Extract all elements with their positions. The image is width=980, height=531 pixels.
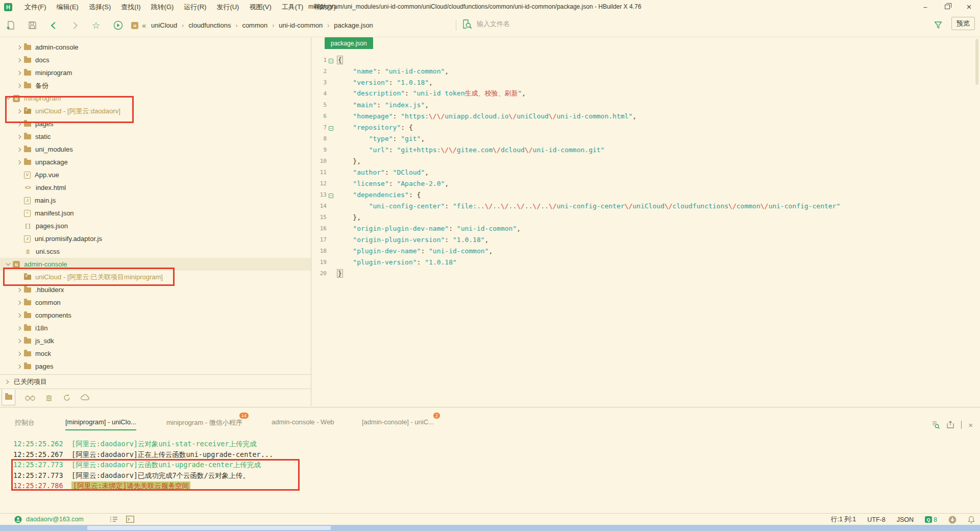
tree-item-pages[interactable]: pages — [0, 117, 311, 130]
code-line-19[interactable]: 19 "plugin-version": "1.0.18" — [312, 256, 840, 268]
menu-item-7[interactable]: 视图(V) — [244, 1, 276, 14]
new-file-button[interactable] — [6, 20, 15, 30]
update-download-icon[interactable] — [948, 516, 957, 524]
breadcrumb-item-4[interactable]: package.json — [333, 21, 374, 29]
collapse-panel-icon[interactable] — [961, 421, 962, 429]
search-log-icon[interactable] — [932, 421, 940, 429]
chevron-right-icon[interactable] — [15, 43, 23, 51]
messages-indicator[interactable]: Q 8 — [925, 516, 937, 523]
debug-tool-button[interactable] — [45, 394, 53, 402]
preview-button[interactable]: 预览 — [951, 17, 975, 30]
code-line-4[interactable]: 4 "description": "uni-id token生成、校验、刷新", — [312, 88, 840, 99]
export-log-icon[interactable] — [946, 421, 954, 429]
chevron-right-icon[interactable] — [15, 324, 23, 332]
tree-item-.hbuilderx[interactable]: .hbuilderx — [0, 283, 311, 296]
chevron-right-icon[interactable] — [15, 286, 23, 294]
account-email[interactable]: daodaorv@163.com — [26, 516, 84, 523]
chevron-down-icon[interactable] — [4, 260, 12, 268]
close-button[interactable]: × — [958, 1, 980, 14]
console-tab-1[interactable]: [miniprogram] - uniClo... — [65, 418, 136, 430]
sync-tool-button[interactable] — [63, 394, 71, 402]
code-line-5[interactable]: 5 "main": "index.js", — [312, 99, 840, 110]
code-line-15[interactable]: 15 }, — [312, 211, 840, 223]
tree-item-components[interactable]: components — [0, 309, 311, 322]
chevron-right-icon[interactable] — [15, 299, 23, 306]
fold-icon[interactable]: − — [327, 56, 335, 64]
code-line-14[interactable]: 14 "uni-config-center": "file:..\/..\/..… — [312, 200, 840, 211]
filter-funnel-icon[interactable] — [934, 21, 942, 29]
chevron-right-icon[interactable] — [15, 158, 23, 166]
code-line-1[interactable]: 1−{ — [312, 54, 840, 65]
breadcrumb-collapse[interactable]: « — [142, 21, 146, 30]
menu-item-2[interactable]: 选择(S) — [84, 1, 116, 14]
tree-item-uniCloud - [阿里云:已关联项目miniprogram][interactable]: »uniCloud - [阿里云:已关联项目miniprogram] — [0, 271, 311, 283]
minimize-button[interactable]: − — [914, 1, 936, 14]
run-button[interactable] — [113, 20, 123, 30]
tree-item-index.html[interactable]: <>index.html — [0, 181, 311, 194]
chevron-right-icon[interactable] — [15, 146, 23, 153]
tree-item-mock[interactable]: mock — [0, 347, 311, 360]
breadcrumb-item-2[interactable]: common — [241, 21, 268, 29]
tree-item-manifest.json[interactable]: *manifest.json — [0, 207, 311, 220]
tree-item-uni.scss[interactable]: Suni.scss — [0, 245, 311, 258]
tree-item-common[interactable]: common — [0, 296, 311, 309]
breadcrumb-item-3[interactable]: uni-id-common — [278, 21, 324, 29]
code-line-9[interactable]: 9 "url": "git+https:\/\/gitee.com\/dclou… — [312, 144, 840, 155]
console-tab-0[interactable]: 控制台 — [15, 418, 35, 431]
menu-item-8[interactable]: 工具(T) — [277, 1, 309, 14]
code-line-18[interactable]: 18 "plugin-dev-name": "uni-id-common", — [312, 245, 840, 256]
tree-item-miniprogram[interactable]: miniprogram — [0, 66, 311, 79]
cursor-position[interactable]: 行:1 列:1 — [831, 515, 856, 524]
explorer-tool-tab[interactable] — [2, 390, 15, 405]
breadcrumb-item-1[interactable]: cloudfunctions — [187, 21, 232, 29]
unicloud-tool-button[interactable] — [81, 394, 90, 401]
code-line-13[interactable]: 13− "dependencies": { — [312, 189, 840, 200]
menu-item-1[interactable]: 编辑(E) — [52, 1, 84, 14]
editor-scrollbar[interactable] — [975, 39, 978, 85]
editor-tab-packagejson[interactable]: package.json — [325, 37, 373, 49]
menu-item-5[interactable]: 运行(R) — [179, 1, 211, 14]
chevron-right-icon[interactable] — [15, 56, 23, 64]
chevron-right-icon[interactable] — [15, 363, 23, 370]
chevron-right-icon[interactable] — [15, 107, 23, 115]
code-line-10[interactable]: 10 }, — [312, 155, 840, 166]
closed-projects-row[interactable]: 已关闭项目 — [0, 374, 311, 389]
code-line-3[interactable]: 3 "version": "1.0.18", — [312, 77, 840, 88]
fold-icon[interactable]: − — [327, 124, 335, 131]
todo-list-icon[interactable] — [110, 516, 118, 523]
navigate-forward-button[interactable] — [71, 23, 77, 28]
tree-item-备份[interactable]: 备份 — [0, 79, 311, 92]
tree-item-pages[interactable]: pages — [0, 360, 311, 373]
tree-item-uni_modules[interactable]: uni_modules — [0, 143, 311, 156]
menu-item-3[interactable]: 查找(I) — [116, 1, 145, 14]
console-tab-2[interactable]: miniprogram - 微信小程序14 — [166, 418, 242, 431]
navigate-back-button[interactable] — [52, 23, 57, 28]
chevron-right-icon[interactable] — [15, 337, 23, 345]
search-tool-button[interactable] — [25, 394, 35, 401]
code-line-7[interactable]: 7− "repository": { — [312, 122, 840, 133]
bookmark-star-button[interactable]: ☆ — [92, 21, 100, 30]
tree-item-uniCloud - [阿里云:daodaorv][interactable]: »uniCloud - [阿里云:daodaorv] — [0, 105, 311, 117]
tree-item-js_sdk[interactable]: js_sdk — [0, 334, 311, 347]
chevron-right-icon[interactable] — [15, 311, 23, 319]
chevron-right-icon[interactable] — [15, 82, 23, 89]
account-avatar-icon[interactable] — [14, 516, 22, 523]
tree-item-admin-console[interactable]: uadmin-console — [0, 258, 311, 271]
clear-console-icon[interactable]: × — [968, 421, 973, 429]
tree-item-uni.promisify.adaptor.js[interactable]: Juni.promisify.adaptor.js — [0, 232, 311, 245]
tree-item-i18n[interactable]: i18n — [0, 322, 311, 334]
menu-item-0[interactable]: 文件(F) — [19, 1, 52, 14]
fold-icon[interactable]: − — [327, 191, 335, 199]
code-line-11[interactable]: 11 "author": "DCloud", — [312, 166, 840, 178]
code-line-12[interactable]: 12 "license": "Apache-2.0", — [312, 178, 840, 189]
menu-item-6[interactable]: 发行(U) — [211, 1, 244, 14]
chevron-right-icon[interactable] — [15, 69, 23, 77]
tree-item-miniprogram[interactable]: uminiprogram — [0, 92, 311, 105]
console-tab-3[interactable]: admin-console - Web — [272, 418, 334, 429]
code-line-17[interactable]: 17 "origin-plugin-version": "1.0.18", — [312, 234, 840, 245]
tree-item-admin-console[interactable]: admin-console — [0, 41, 311, 54]
code-line-20[interactable]: 20} — [312, 268, 840, 279]
chevron-right-icon[interactable] — [15, 120, 23, 128]
chevron-right-icon[interactable] — [15, 133, 23, 140]
maximize-button[interactable] — [936, 1, 958, 14]
